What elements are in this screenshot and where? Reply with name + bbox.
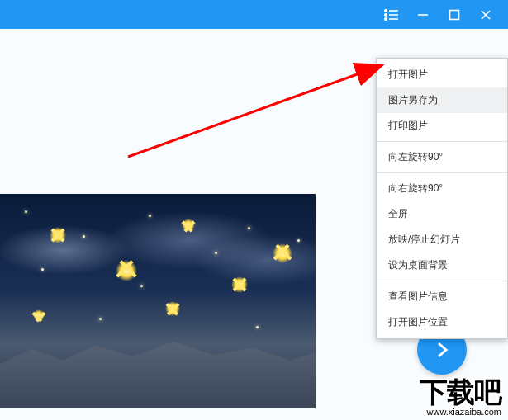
menu-separator: [377, 141, 507, 142]
menu-set-wallpaper[interactable]: 设为桌面背景: [377, 252, 507, 278]
image-viewport[interactable]: [0, 194, 316, 408]
titlebar: [0, 0, 508, 29]
menu-rotate-left[interactable]: 向左旋转90°: [377, 144, 507, 170]
menu-fullscreen[interactable]: 全屏: [377, 201, 507, 227]
svg-point-2: [385, 13, 387, 16]
svg-point-4: [385, 17, 387, 20]
minimize-icon: [417, 9, 429, 21]
minimize-button[interactable]: [407, 0, 439, 29]
menu-print-image[interactable]: 打印图片: [377, 113, 507, 139]
svg-point-0: [385, 9, 387, 12]
svg-rect-7: [450, 10, 459, 19]
menu-open-image[interactable]: 打开图片: [377, 62, 507, 87]
close-button[interactable]: [470, 0, 501, 29]
svg-line-11: [128, 66, 380, 157]
watermark-url: www.xiazaiba.com: [420, 407, 501, 417]
menu-separator: [377, 172, 507, 173]
menu-open-location[interactable]: 打开图片位置: [377, 309, 507, 335]
menu-rotate-right[interactable]: 向右旋转90°: [377, 176, 507, 201]
content-area: 打开图片图片另存为打印图片向左旋转90°向右旋转90°全屏放映/停止幻灯片设为桌…: [0, 29, 508, 420]
chevron-right-icon: [431, 339, 453, 361]
watermark: 下载吧 www.xiazaiba.com: [420, 374, 501, 417]
context-menu: 打开图片图片另存为打印图片向左旋转90°向右旋转90°全屏放映/停止幻灯片设为桌…: [376, 58, 508, 339]
maximize-icon: [449, 9, 460, 21]
maximize-button[interactable]: [439, 0, 470, 29]
menu-image-info[interactable]: 查看图片信息: [377, 284, 507, 309]
close-icon: [480, 9, 491, 21]
menu-slideshow[interactable]: 放映/停止幻灯片: [377, 227, 507, 252]
menu-separator: [377, 281, 507, 281]
annotation-arrow: [124, 62, 396, 161]
menu-list-icon: [384, 9, 399, 21]
menu-button[interactable]: [376, 0, 407, 29]
menu-save-image-as[interactable]: 图片另存为: [377, 87, 507, 113]
